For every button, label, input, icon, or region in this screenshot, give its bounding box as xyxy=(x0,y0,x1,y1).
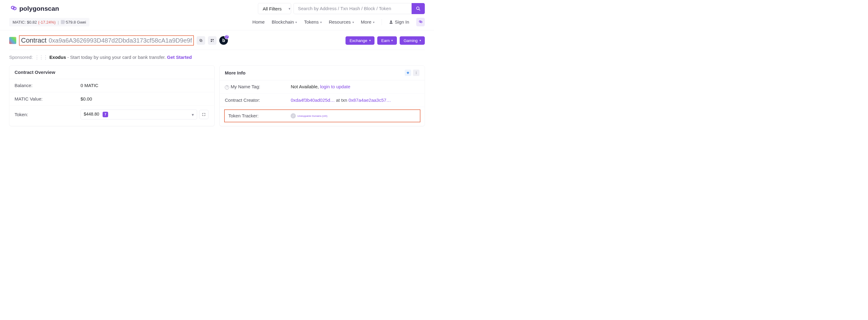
login-to-update-link[interactable]: login to update xyxy=(320,84,350,90)
chevron-down-icon: ▾ xyxy=(296,20,297,24)
creator-txn-link[interactable]: 0x87a4ae2aa3c57… xyxy=(348,97,391,103)
badge-count: 7 xyxy=(224,35,229,39)
chevron-down-icon: ▾ xyxy=(352,20,354,24)
search-group: All Filters ▾ xyxy=(258,3,425,14)
favorite-button[interactable] xyxy=(405,70,411,76)
matic-value-label: MATIC Value: xyxy=(15,96,81,101)
search-filter-select[interactable]: All Filters xyxy=(258,3,291,14)
chevron-down-icon: ▾ xyxy=(420,39,421,42)
site-logo[interactable]: polygonscan xyxy=(9,5,59,12)
contract-address: 0xa9a6A3626993D487d2Dbda3173cf58cA1a9D9e… xyxy=(49,37,192,44)
heart-icon xyxy=(406,71,410,74)
svg-point-11 xyxy=(416,73,416,73)
sponsored-brand: Exodus xyxy=(50,55,66,60)
svg-rect-9 xyxy=(213,41,214,42)
copy-icon xyxy=(199,39,203,42)
tracker-label: Token Tracker: xyxy=(228,113,291,118)
svg-point-2 xyxy=(390,21,392,22)
main-nav: Home Blockchain▾ Tokens▾ Resources▾ More… xyxy=(252,18,425,26)
nav-more[interactable]: More▾ xyxy=(361,20,374,25)
balance-value: 0 MATIC xyxy=(81,83,210,88)
qr-code-button[interactable] xyxy=(208,36,217,45)
nav-tokens[interactable]: Tokens▾ xyxy=(304,20,322,25)
nav-home[interactable]: Home xyxy=(252,20,265,25)
overview-title: Contract Overview xyxy=(15,70,56,75)
price-label: MATIC: xyxy=(12,20,26,25)
token-count-badge: 7 xyxy=(103,112,108,118)
contract-address-box: Contract 0xa9a6A3626993D487d2Dbda3173cf5… xyxy=(19,36,194,46)
expand-icon xyxy=(202,113,206,117)
token-dropdown[interactable]: $448.80 7 ▾ xyxy=(81,110,197,120)
creator-address-link[interactable]: 0xda4f3b40ad025d… xyxy=(291,97,335,103)
network-switch-button[interactable] xyxy=(416,18,425,26)
chevron-down-icon: ▾ xyxy=(369,39,371,42)
token-tracker-link[interactable]: Unstoppable Domains (UD) xyxy=(298,114,328,117)
nav-resources[interactable]: Resources▾ xyxy=(329,20,354,25)
balance-label: Balance: xyxy=(15,83,81,88)
search-button[interactable] xyxy=(412,3,425,14)
price-change: (-17.24%) xyxy=(38,20,56,25)
help-icon[interactable]: ? xyxy=(225,85,229,90)
creator-label: Contract Creator: xyxy=(225,97,291,103)
polygon-logo-icon xyxy=(9,6,18,12)
more-options-button[interactable] xyxy=(413,70,420,76)
polygon-icon xyxy=(418,20,423,24)
gas-value: 579.8 Gwei xyxy=(66,20,86,25)
link-icon xyxy=(292,114,295,117)
earn-button[interactable]: Earn▾ xyxy=(377,36,397,45)
svg-rect-6 xyxy=(213,39,214,40)
svg-rect-3 xyxy=(200,40,202,42)
svg-rect-4 xyxy=(200,39,202,41)
svg-rect-5 xyxy=(211,39,212,40)
user-icon xyxy=(389,20,393,25)
sponsored-banner: Sponsored: ⋮⋮⋮ Exodus - Start today by u… xyxy=(0,50,434,66)
svg-point-10 xyxy=(416,72,416,72)
more-info-card: More Info ?My Name Tag: Not Available, l… xyxy=(220,66,425,126)
matic-value: $0.00 xyxy=(81,96,210,101)
gas-icon xyxy=(61,20,65,24)
sponsored-cta-link[interactable]: Get Started xyxy=(167,55,192,60)
svg-rect-7 xyxy=(211,41,212,42)
token-tracker-box: Token Tracker: Unstoppable Domains (UD) xyxy=(224,109,421,122)
token-amount: $448.80 xyxy=(84,112,99,117)
svg-line-1 xyxy=(418,9,420,10)
sponsored-prefix: Sponsored: xyxy=(9,55,33,60)
more-info-title: More Info xyxy=(225,70,246,75)
copy-address-button[interactable] xyxy=(196,36,205,45)
exchange-button[interactable]: Exchange▾ xyxy=(346,36,374,45)
svg-point-12 xyxy=(416,73,416,74)
creator-at: at txn xyxy=(336,97,347,103)
qr-icon xyxy=(210,39,214,42)
site-logo-text: polygonscan xyxy=(19,5,59,12)
search-input[interactable] xyxy=(293,3,412,14)
contract-avatar xyxy=(9,37,16,44)
nav-blockchain[interactable]: Blockchain▾ xyxy=(272,20,297,25)
chevron-down-icon: ▾ xyxy=(391,39,393,42)
gaming-button[interactable]: Gaming▾ xyxy=(400,36,425,45)
contract-label: Contract xyxy=(21,36,46,44)
price-pill: MATIC: $0.82 (-17.24%) | 579.8 Gwei xyxy=(9,18,89,26)
nametag-value: Not Available, xyxy=(291,84,319,90)
blockscan-chat-badge[interactable]: b 7 xyxy=(219,36,228,45)
kebab-icon xyxy=(415,71,418,74)
token-label: Token: xyxy=(15,112,81,117)
chevron-down-icon: ▾ xyxy=(373,20,374,24)
search-icon xyxy=(416,6,421,11)
token-icon xyxy=(291,113,296,118)
nametag-label: My Name Tag: xyxy=(231,84,260,90)
price-value: $0.82 xyxy=(27,20,37,25)
chevron-down-icon: ▾ xyxy=(320,20,322,24)
svg-rect-8 xyxy=(213,41,213,41)
sign-in-link[interactable]: Sign In xyxy=(389,20,409,25)
contract-overview-card: Contract Overview Balance: 0 MATIC MATIC… xyxy=(9,66,215,126)
chevron-down-icon: ▾ xyxy=(192,112,194,117)
token-expand-button[interactable] xyxy=(199,110,209,119)
